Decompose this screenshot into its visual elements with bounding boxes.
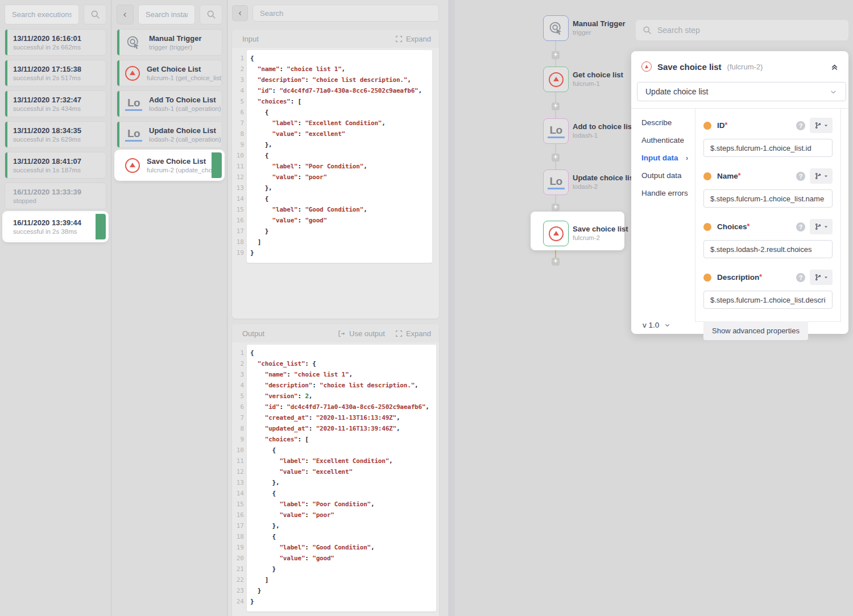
add-step-button[interactable]: + bbox=[552, 204, 560, 212]
active-tab-arrow: › bbox=[686, 153, 695, 163]
execution-item[interactable]: 13/11/2020 16:16:01successful in 2s 662m… bbox=[5, 29, 106, 56]
execution-item[interactable]: 16/11/2020 13:33:39stopped bbox=[5, 183, 106, 209]
jsonpath-mode-button[interactable] bbox=[810, 219, 833, 234]
jsonpath-mode-button[interactable] bbox=[810, 118, 833, 133]
execution-item[interactable]: 13/11/2020 17:32:47successful in 2s 434m… bbox=[5, 90, 106, 117]
double-chevron-up-icon bbox=[830, 62, 839, 72]
tab-output-data[interactable]: Output data bbox=[641, 171, 695, 181]
execution-timestamp: 13/11/2020 18:34:35 bbox=[13, 126, 101, 135]
add-step-button[interactable]: + bbox=[552, 258, 560, 266]
execution-item[interactable]: 13/11/2020 17:15:38successful in 2s 517m… bbox=[5, 60, 106, 86]
node-label: Add to choice listlodash-1 bbox=[573, 122, 634, 140]
chevron-down-icon bbox=[829, 88, 838, 96]
instance-step-item[interactable]: LoAdd To Choice Listlodash-1 (call_opera… bbox=[117, 90, 222, 117]
search-icon bbox=[643, 26, 652, 35]
add-step-button[interactable]: + bbox=[552, 102, 560, 110]
execution-status: successful in 2s 517ms bbox=[13, 74, 101, 82]
instance-step-item[interactable]: Manual Triggertrigger (trigger) bbox=[117, 29, 222, 56]
workflow-node-trigger[interactable] bbox=[543, 15, 569, 41]
output-panel-title: Output bbox=[242, 329, 264, 338]
input-panel: Input Expand 123456789101112131415161718… bbox=[232, 30, 439, 319]
branch-icon bbox=[814, 274, 822, 281]
workflow-node-lodash-2[interactable]: Lo bbox=[543, 169, 569, 195]
add-step-button[interactable]: + bbox=[552, 154, 560, 162]
branch-icon bbox=[814, 172, 822, 180]
execution-timestamp: 13/11/2020 18:41:07 bbox=[13, 156, 101, 166]
instance-steps-list: Manual Triggertrigger (trigger)Get Choic… bbox=[112, 29, 227, 179]
show-advanced-properties-button[interactable]: Show advanced properties bbox=[703, 321, 808, 340]
field-mapped-indicator bbox=[703, 223, 711, 231]
workflow-node-fulcrum-1[interactable] bbox=[543, 67, 569, 92]
field-input-description[interactable] bbox=[703, 291, 833, 309]
step-title: Save choice list bbox=[657, 62, 722, 72]
field-input-choices[interactable] bbox=[703, 240, 833, 258]
execution-timestamp: 16/11/2020 13:33:39 bbox=[13, 187, 101, 197]
jsonpath-mode-button[interactable] bbox=[810, 270, 833, 285]
search-icon bbox=[206, 10, 216, 19]
instance-step-item[interactable]: LoUpdate Choice Listlodash-2 (call_opera… bbox=[117, 121, 222, 148]
execution-timestamp: 13/11/2020 17:32:47 bbox=[13, 95, 101, 105]
jsonpath-mode-button[interactable] bbox=[810, 168, 833, 184]
collapse-panel-button[interactable] bbox=[830, 62, 839, 72]
execution-status: successful in 2s 434ms bbox=[13, 105, 101, 113]
instance-step-item[interactable]: Get Choice Listfulcrum-1 (get_choice_lis… bbox=[117, 60, 222, 86]
step-title: Add To Choice List bbox=[149, 95, 217, 105]
fulcrum-icon bbox=[641, 61, 652, 72]
execution-item[interactable]: 13/11/2020 18:34:35successful in 2s 629m… bbox=[5, 121, 106, 148]
workflow-canvas[interactable]: Manual TriggertriggerGet choice listfulc… bbox=[448, 0, 853, 616]
version-select[interactable]: v 1.0 bbox=[643, 321, 671, 329]
execution-item[interactable]: 16/11/2020 13:39:44successful in 2s 38ms bbox=[5, 213, 106, 240]
required-asterisk: * bbox=[747, 222, 750, 230]
help-icon[interactable]: ? bbox=[796, 273, 805, 282]
field-group: Description*? bbox=[703, 270, 833, 309]
input-code-editor[interactable]: 12345678910111213141516171819 { "name": … bbox=[232, 48, 439, 263]
tab-authenticate[interactable]: Authenticate bbox=[641, 135, 695, 146]
lodash-icon: Lo bbox=[125, 127, 142, 142]
search-executions-input[interactable] bbox=[5, 5, 79, 24]
search-executions-button[interactable] bbox=[84, 5, 106, 24]
instance-step-item[interactable]: Save Choice Listfulcrum-2 (update_choi… bbox=[117, 152, 222, 179]
collapse-executions-button[interactable] bbox=[117, 5, 134, 24]
output-code-editor[interactable]: 123456789101112131415161718192021222324 … bbox=[232, 342, 439, 611]
output-expand-button[interactable]: Expand bbox=[395, 329, 431, 338]
executions-list: 13/11/2020 16:16:01successful in 2s 662m… bbox=[0, 29, 111, 240]
tab-handle-errors[interactable]: Handle errors bbox=[641, 188, 695, 199]
help-icon[interactable]: ? bbox=[796, 172, 805, 181]
search-instance-input[interactable] bbox=[138, 5, 195, 24]
field-mapped-indicator bbox=[703, 122, 711, 130]
help-icon[interactable]: ? bbox=[796, 121, 805, 130]
node-label: Manual Triggertrigger bbox=[573, 19, 625, 37]
field-group: Name*? bbox=[703, 168, 833, 208]
lodash-icon: Lo bbox=[125, 97, 142, 111]
chevron-left-icon bbox=[122, 11, 129, 18]
workflow-node-fulcrum-2[interactable] bbox=[543, 221, 569, 246]
field-input-name[interactable] bbox=[703, 189, 833, 208]
step-title: Manual Trigger bbox=[149, 34, 201, 43]
help-icon[interactable]: ? bbox=[796, 222, 805, 231]
execution-timestamp: 13/11/2020 17:15:38 bbox=[13, 64, 101, 74]
required-asterisk: * bbox=[759, 273, 762, 281]
workflow-node-lodash-1[interactable]: Lo bbox=[543, 118, 569, 144]
instance-steps-panel: Manual Triggertrigger (trigger)Get Choic… bbox=[112, 0, 227, 616]
tab-describe[interactable]: Describe bbox=[641, 118, 695, 128]
search-step-input[interactable] bbox=[657, 26, 842, 35]
input-expand-button[interactable]: Expand bbox=[395, 35, 431, 43]
collapse-io-button[interactable] bbox=[232, 5, 248, 21]
node-label: Update choice listlodash-2 bbox=[573, 173, 636, 191]
search-io-input[interactable] bbox=[252, 5, 439, 22]
use-output-icon bbox=[337, 329, 346, 338]
execution-status: stopped bbox=[13, 197, 101, 205]
tab-input-data[interactable]: Input data› bbox=[641, 153, 695, 163]
step-subtitle: lodash-1 (call_operation) bbox=[149, 105, 217, 113]
chevron-left-icon bbox=[237, 10, 243, 16]
add-step-button[interactable]: + bbox=[552, 51, 560, 59]
search-instance-button[interactable] bbox=[200, 5, 222, 24]
operation-select[interactable]: Update choice list bbox=[637, 82, 846, 101]
use-output-button[interactable]: Use output bbox=[337, 329, 385, 338]
status-bar bbox=[5, 30, 7, 55]
lodash-icon: Lo bbox=[548, 175, 565, 189]
field-input-id[interactable] bbox=[703, 139, 833, 157]
field-mapped-indicator bbox=[703, 172, 711, 180]
execution-item[interactable]: 13/11/2020 18:41:07successful in 1s 187m… bbox=[5, 152, 106, 179]
required-asterisk: * bbox=[725, 121, 728, 129]
